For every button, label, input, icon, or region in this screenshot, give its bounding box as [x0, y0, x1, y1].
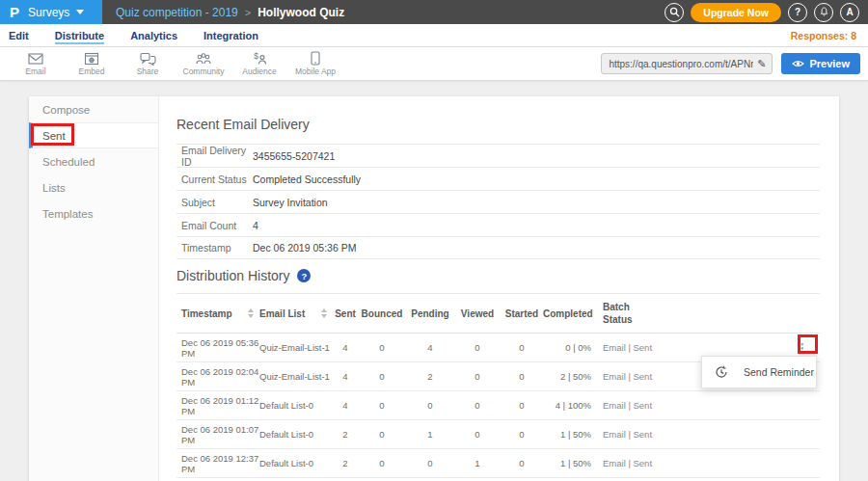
row-context-menu: Send Reminder — [701, 356, 817, 388]
detail-row: Current Status Completed Successfully — [176, 167, 820, 190]
breadcrumb-folder[interactable]: Quiz competition - 2019 — [116, 6, 238, 19]
tool-email-label: Email — [25, 67, 45, 76]
pencil-edit-icon[interactable]: ✎ — [755, 58, 772, 70]
top-actions: Upgrade Now ? A — [665, 3, 868, 22]
cell-bounced: 0 — [358, 342, 406, 353]
top-bar: P Surveys Quiz competition - 2019 > Holl… — [0, 0, 868, 24]
cell-started: 0 — [501, 342, 543, 353]
help-button[interactable]: ? — [788, 3, 807, 22]
cell-timestamp: Dec 06 2019 05:36 PM — [176, 337, 259, 359]
eye-icon — [792, 59, 804, 68]
col-timestamp-label: Timestamp — [181, 308, 232, 319]
questionpro-logo: P — [10, 4, 19, 20]
breadcrumb-separator-icon: > — [245, 7, 251, 18]
cell-sent: 2 — [333, 458, 358, 468]
avatar[interactable]: A — [840, 3, 859, 22]
tool-community-label: Community — [183, 67, 225, 76]
chat-bubbles-icon — [140, 52, 156, 66]
recent-email-delivery-title: Recent Email Delivery — [176, 117, 820, 132]
survey-url-input[interactable] — [602, 59, 755, 69]
search-button[interactable] — [665, 3, 684, 22]
cell-pending: 4 — [406, 342, 454, 353]
tool-embed-label: Embed — [79, 67, 105, 76]
col-viewed: Viewed — [454, 308, 501, 319]
cell-sent: 2 — [333, 429, 358, 440]
sidebar-item-templates[interactable]: Templates — [29, 200, 158, 227]
sort-icon[interactable] — [321, 308, 327, 318]
survey-link-area: ✎ Preview — [601, 53, 868, 74]
send-reminder-menu-item[interactable]: Send Reminder — [744, 366, 814, 378]
cell-timestamp: Dec 06 2019 12:37 PM — [176, 453, 259, 474]
cell-bounced: 0 — [358, 371, 406, 382]
tab-edit[interactable]: Edit — [9, 24, 29, 46]
cell-timestamp: Dec 06 2019 01:12 PM — [176, 395, 259, 416]
cell-pending: 0 — [406, 400, 454, 411]
breadcrumb: Quiz competition - 2019 > Hollywood Quiz — [116, 6, 344, 19]
tool-mobile-app-label: Mobile App — [295, 67, 336, 76]
tool-embed[interactable]: Embed — [64, 52, 120, 76]
detail-label: Email Count — [176, 220, 253, 231]
cell-viewed: 0 — [454, 400, 501, 411]
audience-dollar-icon: $ — [251, 52, 268, 66]
cell-completed: 4 | 100% — [543, 400, 591, 411]
table-row: Dec 06 2019 01:12 PM Default List-0 4 0 … — [176, 391, 820, 420]
col-completed: Completed — [543, 308, 591, 319]
cell-email-list: Default List-0 — [259, 400, 333, 411]
cell-batch-status: Email | Sent — [591, 400, 680, 411]
cell-completed: 2 | 50% — [543, 371, 591, 382]
sent-content: Recent Email Delivery Email Delivery ID … — [159, 96, 839, 481]
preview-button-label: Preview — [809, 58, 850, 69]
cell-timestamp: Dec 06 2019 01:07 PM — [176, 424, 259, 445]
cell-viewed: 0 — [454, 342, 501, 353]
table-header-row: Timestamp Email List Sent Bounced Pendin… — [176, 293, 820, 334]
tab-analytics[interactable]: Analytics — [130, 24, 177, 46]
tab-distribute[interactable]: Distribute — [55, 24, 104, 46]
detail-label: Current Status — [176, 174, 253, 185]
recent-email-delivery-details: Email Delivery ID 3455655-5207421 Curren… — [176, 144, 820, 259]
upgrade-now-button[interactable]: Upgrade Now — [691, 3, 781, 22]
distribution-history-title: Distribution History ? — [176, 268, 820, 283]
distribution-history-title-text: Distribution History — [176, 268, 289, 283]
history-clock-icon — [715, 365, 728, 379]
cell-started: 0 — [501, 371, 543, 382]
tab-integration[interactable]: Integration — [203, 24, 258, 46]
cell-email-list: Default List-0 — [259, 458, 333, 468]
sidebar-item-sent[interactable]: Sent — [29, 122, 158, 148]
detail-value: Survey Invitation — [253, 197, 328, 208]
responses-count[interactable]: Responses: 8 — [791, 30, 868, 41]
detail-row: Timestamp Dec 06 2019 05:36 PM — [176, 236, 820, 259]
cell-email-list: Default List-0 — [259, 429, 333, 440]
surveys-menu[interactable]: Surveys — [28, 6, 84, 19]
detail-label: Subject — [176, 197, 253, 208]
col-started: Started — [501, 308, 543, 319]
detail-value: 4 — [253, 220, 258, 231]
vertical-dots-menu-icon[interactable]: ⋮ — [797, 341, 808, 355]
cell-sent: 4 — [333, 400, 358, 411]
preview-button[interactable]: Preview — [781, 53, 860, 74]
cell-email-list: Quiz-Email-List-1 — [259, 342, 333, 353]
col-email-list: Email List — [259, 308, 333, 319]
table-row: Dec 06 2019 12:37 PM Default List-0 2 0 … — [176, 449, 820, 478]
cell-batch-status: Email | Sent — [591, 371, 680, 382]
chevron-down-icon — [76, 10, 84, 14]
sidebar-item-compose[interactable]: Compose — [29, 96, 158, 122]
detail-label: Email Delivery ID — [176, 145, 253, 168]
sort-icon[interactable] — [248, 308, 254, 318]
help-question-icon[interactable]: ? — [297, 269, 311, 282]
tool-community[interactable]: Community — [176, 52, 231, 76]
cell-completed: 1 | 50% — [543, 429, 591, 440]
cell-started: 0 — [501, 429, 543, 440]
detail-value: 3455655-5207421 — [253, 150, 335, 162]
tool-mobile-app[interactable]: Mobile App — [287, 51, 343, 76]
sidebar-item-scheduled[interactable]: Scheduled — [29, 148, 158, 174]
notifications-button[interactable] — [814, 3, 833, 22]
tool-email[interactable]: Email — [8, 52, 64, 76]
tool-share-label: Share — [137, 67, 159, 76]
cell-sent: 4 — [333, 342, 358, 353]
tool-share[interactable]: Share — [120, 52, 176, 76]
brand-area: P Surveys — [0, 0, 102, 24]
tool-audience[interactable]: $ Audience — [231, 52, 287, 76]
breadcrumb-survey-title: Hollywood Quiz — [258, 6, 344, 19]
detail-row: Subject Survey Invitation — [176, 190, 820, 213]
sidebar-item-lists[interactable]: Lists — [29, 174, 158, 200]
